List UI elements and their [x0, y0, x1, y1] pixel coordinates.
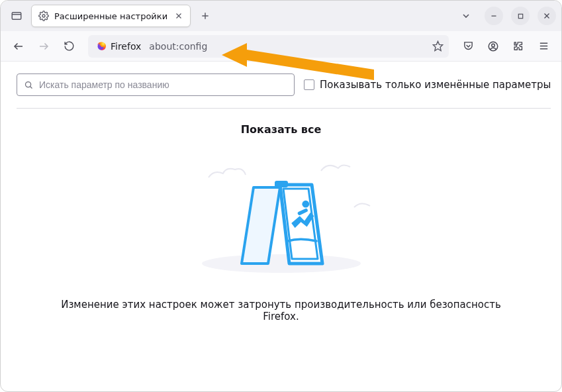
checkbox-label: Показывать только изменённые параметры [320, 79, 551, 91]
close-icon [175, 12, 183, 20]
new-tab-button[interactable] [195, 5, 216, 26]
svg-point-22 [202, 254, 361, 273]
identity-label: Firefox [111, 41, 141, 52]
svg-point-16 [492, 44, 495, 47]
minimize-icon [490, 12, 498, 20]
checkbox-box[interactable] [304, 79, 314, 90]
browser-tab[interactable]: Расширенные настройки [31, 5, 191, 27]
bookmark-star-button[interactable] [432, 40, 444, 52]
svg-marker-14 [433, 41, 442, 50]
svg-point-20 [26, 81, 31, 87]
caution-illustration [17, 148, 545, 280]
svg-rect-0 [12, 13, 21, 20]
sidebar-toggle-button[interactable] [6, 5, 27, 26]
reload-button[interactable] [58, 35, 80, 58]
svg-point-2 [42, 15, 45, 17]
arrow-left-icon [13, 40, 24, 52]
window-maximize-button[interactable] [511, 7, 530, 25]
url-bar[interactable]: Firefox about:config [88, 35, 449, 58]
config-warning-text: Изменение этих настроек может затронуть … [17, 299, 545, 322]
svg-point-27 [302, 201, 309, 208]
list-all-tabs-button[interactable] [455, 5, 477, 26]
account-button[interactable] [482, 35, 504, 58]
search-icon [24, 80, 34, 90]
window-close-button[interactable] [538, 7, 556, 25]
arrow-right-icon [38, 40, 50, 52]
nav-toolbar: Firefox about:config [1, 31, 561, 62]
chevron-down-icon [461, 11, 471, 21]
pocket-icon [463, 40, 474, 52]
url-text: about:config [149, 41, 427, 52]
config-search-box[interactable] [17, 74, 295, 96]
firefox-logo-icon [96, 41, 107, 52]
reload-icon [64, 40, 75, 52]
show-modified-checkbox[interactable]: Показывать только изменённые параметры [304, 79, 551, 91]
about-config-content: Показывать только изменённые параметры П… [1, 62, 561, 322]
svg-marker-23 [242, 187, 280, 264]
svg-rect-26 [275, 181, 288, 187]
pocket-button[interactable] [457, 35, 479, 58]
search-row: Показывать только изменённые параметры [17, 74, 545, 96]
svg-rect-8 [518, 14, 522, 18]
tab-title: Расширенные настройки [54, 11, 167, 21]
app-menu-button[interactable] [532, 35, 555, 58]
svg-line-21 [30, 86, 32, 88]
tab-bar: Расширенные настройки [1, 1, 561, 31]
puzzle-icon [513, 40, 524, 52]
identity-box[interactable]: Firefox [93, 40, 144, 53]
back-button[interactable] [7, 35, 30, 58]
window-minimize-button[interactable] [485, 7, 503, 25]
config-search-input[interactable] [39, 79, 287, 90]
show-all-heading[interactable]: Показать все [17, 123, 545, 136]
account-icon [487, 40, 499, 52]
star-icon [432, 40, 444, 52]
close-icon [543, 12, 551, 20]
plus-icon [201, 11, 210, 21]
divider [17, 108, 551, 109]
forward-button[interactable] [32, 35, 55, 58]
tab-close-button[interactable] [173, 10, 185, 22]
hamburger-icon [538, 40, 549, 52]
extensions-button[interactable] [507, 35, 530, 58]
maximize-icon [517, 13, 524, 20]
gear-icon [38, 11, 49, 21]
